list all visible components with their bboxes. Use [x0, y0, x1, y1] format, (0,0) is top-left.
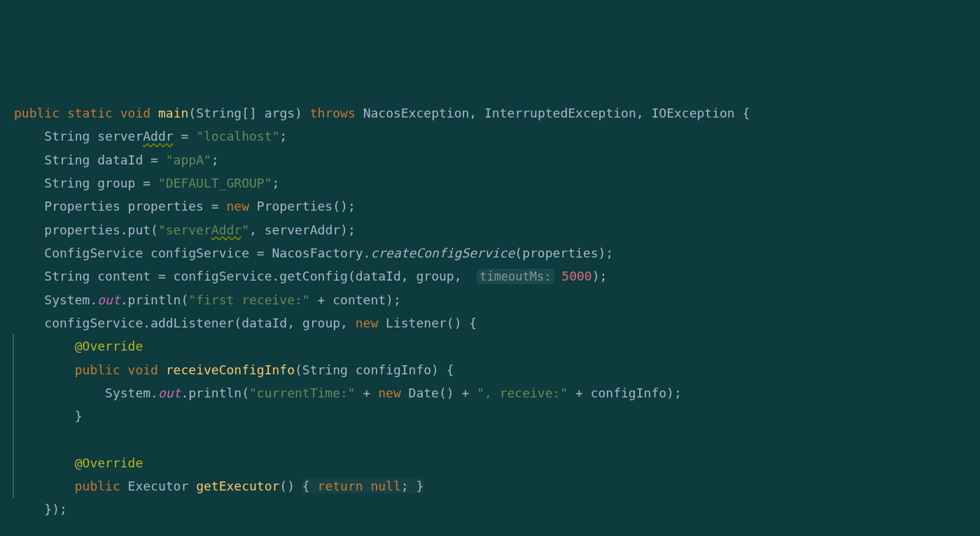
type-listener: Listener	[386, 316, 447, 330]
code-editor[interactable]: public static void main(String[] args) t…	[14, 101, 966, 536]
type-properties: Properties	[44, 199, 120, 213]
type-system: System	[44, 292, 90, 307]
inline-return-block: { return null; }	[302, 479, 424, 493]
type-system: System	[105, 386, 150, 400]
var-configservice: configService	[150, 246, 249, 260]
var-serveraddr: serverAddr	[265, 223, 340, 237]
var-content: content	[332, 292, 386, 307]
call-println: println	[128, 292, 181, 307]
keyword-throws: throws	[310, 106, 356, 120]
var-group: group	[302, 316, 340, 330]
keyword-null: null	[370, 479, 400, 493]
code-line: String content = configService.getConfig…	[14, 265, 966, 288]
keyword-new: new	[226, 199, 249, 213]
annotation-override: @Override	[75, 456, 144, 470]
type-date: Date	[409, 386, 439, 400]
code-line: String dataId = "appA";	[14, 148, 966, 171]
call-addlistener: addListener	[150, 316, 234, 330]
annotation-override: @Override	[75, 339, 144, 353]
code-line	[14, 521, 966, 536]
param-hint-timeoutms: timeoutMs:	[477, 269, 554, 284]
keyword-void: void	[128, 362, 158, 377]
code-line: System.out.println("currentTime:" + new …	[13, 381, 966, 404]
string-localhost: "localhost"	[196, 129, 279, 143]
string-currenttime: "currentTime:"	[249, 386, 356, 400]
var-dataid: dataId	[97, 153, 143, 167]
keyword-public: public	[75, 362, 120, 377]
code-line: configService.addListener(dataId, group,…	[14, 311, 966, 334]
method-receiveconfiginfo: receiveConfigInfo	[166, 362, 295, 377]
keyword-public: public	[75, 479, 120, 493]
var-dataid: dataId	[356, 269, 401, 283]
code-line: }	[13, 404, 966, 428]
code-line: public static void main(String[] args) t…	[14, 101, 966, 125]
keyword-public: public	[14, 106, 59, 120]
type-string: String	[44, 129, 90, 143]
var-args: args	[265, 106, 295, 120]
string-first-receive: "first receive:"	[188, 292, 309, 307]
call-getconfig: getConfig	[279, 269, 348, 283]
var-group: group	[416, 269, 454, 283]
var-properties: properties	[44, 223, 120, 237]
code-line: properties.put("serverAddr", serverAddr)…	[14, 218, 966, 241]
string-receive: ", receive:"	[477, 386, 568, 400]
field-out: out	[97, 292, 120, 307]
code-line: });	[14, 498, 966, 521]
var-dataid: dataId	[241, 316, 287, 330]
var-configinfo: configInfo	[356, 362, 431, 377]
code-line: String group = "DEFAULT_GROUP";	[14, 171, 966, 195]
type-string: String	[44, 153, 90, 167]
keyword-new: new	[356, 316, 379, 330]
method-getexecutor: getExecutor	[196, 479, 279, 493]
type-io-exception: IOException	[651, 106, 734, 120]
type-properties: Properties	[257, 199, 332, 213]
type-string: String	[44, 269, 90, 283]
string-appa: "appA"	[166, 153, 211, 167]
var-configservice: configService	[44, 316, 143, 330]
keyword-return: return	[318, 479, 363, 493]
type-configservice: ConfigService	[44, 246, 143, 260]
string-serveraddr: "serverAddr"	[158, 223, 249, 237]
var-configinfo: configInfo	[591, 386, 666, 400]
code-line: Properties properties = new Properties()…	[14, 195, 966, 218]
var-group: group	[97, 176, 135, 190]
keyword-new: new	[378, 386, 401, 400]
code-line: System.out.println("first receive:" + co…	[14, 288, 966, 311]
type-nacos-exception: NacosException	[363, 106, 470, 120]
type-nacosfactory: NacosFactory	[272, 246, 363, 260]
call-createconfigservice: createConfigService	[370, 246, 514, 260]
type-string: String	[44, 176, 90, 190]
number-5000: 5000	[561, 269, 592, 283]
type-string: String	[196, 106, 241, 120]
string-default-group: "DEFAULT_GROUP"	[158, 176, 272, 190]
code-line: @Override	[13, 334, 966, 358]
keyword-static: static	[67, 106, 113, 120]
var-content: content	[97, 269, 150, 283]
call-println: println	[188, 386, 241, 400]
type-string: String	[302, 362, 348, 377]
var-serveraddr-warn: Addr	[143, 129, 173, 143]
keyword-void: void	[120, 106, 150, 120]
var-properties: properties	[128, 199, 204, 213]
code-line	[13, 428, 966, 451]
var-properties: properties	[522, 246, 598, 260]
method-main: main	[158, 106, 188, 120]
call-put: put	[128, 223, 151, 237]
var-configservice: configService	[174, 269, 272, 283]
code-line: public Executor getExecutor() { return n…	[13, 474, 966, 498]
field-out: out	[158, 386, 181, 400]
code-line: public void receiveConfigInfo(String con…	[13, 358, 966, 381]
code-line: @Override	[13, 451, 966, 474]
code-line: ConfigService configService = NacosFacto…	[14, 241, 966, 265]
type-interrupted-exception: InterruptedException	[484, 106, 636, 120]
type-executor: Executor	[128, 479, 189, 493]
code-line: String serverAddr = "localhost";	[14, 125, 966, 148]
